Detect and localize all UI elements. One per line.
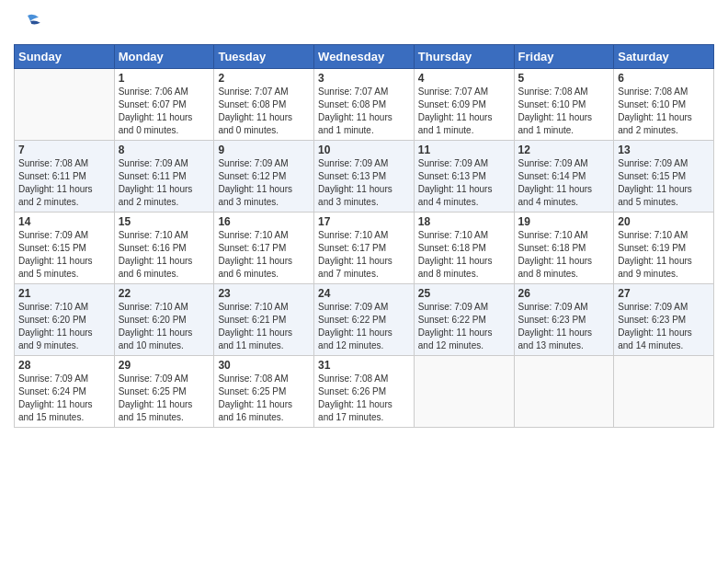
- calendar-day-cell: 24Sunrise: 7:09 AMSunset: 6:22 PMDayligh…: [314, 284, 415, 356]
- calendar-day-cell: 4Sunrise: 7:07 AMSunset: 6:09 PMDaylight…: [414, 69, 514, 141]
- day-info: Sunrise: 7:09 AMSunset: 6:12 PMDaylight:…: [218, 157, 310, 209]
- calendar-day-cell: 2Sunrise: 7:07 AMSunset: 6:08 PMDaylight…: [214, 69, 314, 141]
- calendar-day-cell: 9Sunrise: 7:09 AMSunset: 6:12 PMDaylight…: [214, 141, 314, 213]
- calendar-day-cell: 29Sunrise: 7:09 AMSunset: 6:25 PMDayligh…: [114, 356, 214, 428]
- day-info: Sunrise: 7:10 AMSunset: 6:20 PMDaylight:…: [18, 301, 110, 352]
- calendar-day-cell: 27Sunrise: 7:09 AMSunset: 6:23 PMDayligh…: [614, 284, 714, 356]
- calendar-day-cell: 19Sunrise: 7:10 AMSunset: 6:18 PMDayligh…: [514, 213, 614, 284]
- calendar-day-cell: 22Sunrise: 7:10 AMSunset: 6:20 PMDayligh…: [114, 284, 214, 356]
- day-number: 17: [318, 215, 410, 228]
- header-day-friday: Friday: [514, 45, 614, 69]
- day-number: 8: [119, 144, 210, 156]
- day-info: Sunrise: 7:09 AMSunset: 6:23 PMDaylight:…: [618, 301, 710, 352]
- calendar-day-cell: 23Sunrise: 7:10 AMSunset: 6:21 PMDayligh…: [214, 284, 314, 356]
- calendar-day-cell: 30Sunrise: 7:08 AMSunset: 6:25 PMDayligh…: [214, 356, 314, 428]
- calendar-day-cell: 25Sunrise: 7:09 AMSunset: 6:22 PMDayligh…: [414, 284, 514, 356]
- day-info: Sunrise: 7:08 AMSunset: 6:10 PMDaylight:…: [618, 86, 710, 137]
- calendar-day-cell: 7Sunrise: 7:08 AMSunset: 6:11 PMDaylight…: [15, 141, 115, 213]
- calendar-week-row: 21Sunrise: 7:10 AMSunset: 6:20 PMDayligh…: [15, 284, 714, 356]
- calendar-week-row: 1Sunrise: 7:06 AMSunset: 6:07 PMDaylight…: [15, 69, 714, 141]
- calendar-table: SundayMondayTuesdayWednesdayThursdayFrid…: [14, 44, 714, 428]
- day-info: Sunrise: 7:07 AMSunset: 6:08 PMDaylight:…: [318, 86, 410, 137]
- day-number: 11: [418, 144, 510, 156]
- day-number: 16: [218, 215, 310, 228]
- day-number: 28: [18, 359, 110, 372]
- calendar-day-cell: 31Sunrise: 7:08 AMSunset: 6:26 PMDayligh…: [314, 356, 415, 428]
- logo-bird-icon: [14, 13, 41, 29]
- calendar-day-cell: 16Sunrise: 7:10 AMSunset: 6:17 PMDayligh…: [214, 213, 314, 284]
- calendar-day-cell: 28Sunrise: 7:09 AMSunset: 6:24 PMDayligh…: [15, 356, 115, 428]
- day-number: 10: [318, 144, 410, 156]
- calendar-day-cell: 1Sunrise: 7:06 AMSunset: 6:07 PMDaylight…: [114, 69, 214, 141]
- day-number: 7: [18, 144, 110, 156]
- calendar-day-cell: 17Sunrise: 7:10 AMSunset: 6:17 PMDayligh…: [314, 213, 415, 284]
- calendar-day-cell: [514, 356, 614, 428]
- calendar-day-cell: 13Sunrise: 7:09 AMSunset: 6:15 PMDayligh…: [614, 141, 714, 213]
- day-info: Sunrise: 7:10 AMSunset: 6:20 PMDaylight:…: [119, 301, 210, 352]
- day-info: Sunrise: 7:09 AMSunset: 6:14 PMDaylight:…: [518, 157, 610, 209]
- day-info: Sunrise: 7:10 AMSunset: 6:21 PMDaylight:…: [218, 301, 310, 352]
- calendar-day-cell: 20Sunrise: 7:10 AMSunset: 6:19 PMDayligh…: [614, 213, 714, 284]
- day-info: Sunrise: 7:06 AMSunset: 6:07 PMDaylight:…: [119, 86, 210, 137]
- day-info: Sunrise: 7:08 AMSunset: 6:25 PMDaylight:…: [218, 373, 310, 424]
- calendar-body: 1Sunrise: 7:06 AMSunset: 6:07 PMDaylight…: [15, 69, 714, 428]
- day-number: 19: [518, 215, 610, 228]
- day-number: 21: [18, 287, 110, 300]
- day-number: 14: [18, 215, 110, 228]
- calendar-header-row: SundayMondayTuesdayWednesdayThursdayFrid…: [15, 45, 714, 69]
- calendar-day-cell: 10Sunrise: 7:09 AMSunset: 6:13 PMDayligh…: [314, 141, 415, 213]
- day-info: Sunrise: 7:09 AMSunset: 6:11 PMDaylight:…: [119, 157, 210, 209]
- day-info: Sunrise: 7:08 AMSunset: 6:10 PMDaylight:…: [518, 86, 610, 137]
- day-number: 13: [618, 144, 710, 156]
- page-header: [14, 9, 714, 37]
- calendar-week-row: 14Sunrise: 7:09 AMSunset: 6:15 PMDayligh…: [15, 213, 714, 284]
- day-info: Sunrise: 7:09 AMSunset: 6:23 PMDaylight:…: [518, 301, 610, 352]
- day-number: 4: [418, 72, 510, 85]
- day-info: Sunrise: 7:09 AMSunset: 6:13 PMDaylight:…: [418, 157, 510, 209]
- day-info: Sunrise: 7:09 AMSunset: 6:22 PMDaylight:…: [318, 301, 410, 352]
- day-number: 24: [318, 287, 410, 300]
- day-info: Sunrise: 7:09 AMSunset: 6:25 PMDaylight:…: [119, 373, 210, 424]
- day-info: Sunrise: 7:10 AMSunset: 6:17 PMDaylight:…: [318, 229, 410, 281]
- calendar-day-cell: [614, 356, 714, 428]
- day-number: 18: [418, 215, 510, 228]
- day-number: 6: [618, 72, 710, 85]
- calendar-day-cell: 8Sunrise: 7:09 AMSunset: 6:11 PMDaylight…: [114, 141, 214, 213]
- calendar-day-cell: 6Sunrise: 7:08 AMSunset: 6:10 PMDaylight…: [614, 69, 714, 141]
- calendar-day-cell: 26Sunrise: 7:09 AMSunset: 6:23 PMDayligh…: [514, 284, 614, 356]
- header-day-tuesday: Tuesday: [214, 45, 314, 69]
- calendar-day-cell: 12Sunrise: 7:09 AMSunset: 6:14 PMDayligh…: [514, 141, 614, 213]
- calendar-week-row: 28Sunrise: 7:09 AMSunset: 6:24 PMDayligh…: [15, 356, 714, 428]
- header-day-monday: Monday: [114, 45, 214, 69]
- day-number: 27: [618, 287, 710, 300]
- day-number: 30: [218, 359, 310, 372]
- calendar-day-cell: 5Sunrise: 7:08 AMSunset: 6:10 PMDaylight…: [514, 69, 614, 141]
- day-number: 15: [119, 215, 210, 228]
- calendar-day-cell: 18Sunrise: 7:10 AMSunset: 6:18 PMDayligh…: [414, 213, 514, 284]
- day-info: Sunrise: 7:10 AMSunset: 6:19 PMDaylight:…: [618, 229, 710, 281]
- day-number: 23: [218, 287, 310, 300]
- day-info: Sunrise: 7:10 AMSunset: 6:17 PMDaylight:…: [218, 229, 310, 281]
- day-number: 29: [119, 359, 210, 372]
- header-day-saturday: Saturday: [614, 45, 714, 69]
- day-number: 3: [318, 72, 410, 85]
- day-number: 26: [518, 287, 610, 300]
- header-day-thursday: Thursday: [414, 45, 514, 69]
- day-number: 9: [218, 144, 310, 156]
- calendar-day-cell: [15, 69, 115, 141]
- day-number: 25: [418, 287, 510, 300]
- day-info: Sunrise: 7:08 AMSunset: 6:11 PMDaylight:…: [18, 157, 110, 209]
- day-info: Sunrise: 7:09 AMSunset: 6:15 PMDaylight:…: [18, 229, 110, 281]
- header-day-wednesday: Wednesday: [314, 45, 415, 69]
- day-info: Sunrise: 7:07 AMSunset: 6:09 PMDaylight:…: [418, 86, 510, 137]
- logo: [14, 13, 41, 37]
- day-number: 20: [618, 215, 710, 228]
- day-number: 1: [119, 72, 210, 85]
- calendar-day-cell: [414, 356, 514, 428]
- calendar-day-cell: 21Sunrise: 7:10 AMSunset: 6:20 PMDayligh…: [15, 284, 115, 356]
- calendar-day-cell: 11Sunrise: 7:09 AMSunset: 6:13 PMDayligh…: [414, 141, 514, 213]
- day-info: Sunrise: 7:07 AMSunset: 6:08 PMDaylight:…: [218, 86, 310, 137]
- calendar-week-row: 7Sunrise: 7:08 AMSunset: 6:11 PMDaylight…: [15, 141, 714, 213]
- day-number: 22: [119, 287, 210, 300]
- calendar-day-cell: 15Sunrise: 7:10 AMSunset: 6:16 PMDayligh…: [114, 213, 214, 284]
